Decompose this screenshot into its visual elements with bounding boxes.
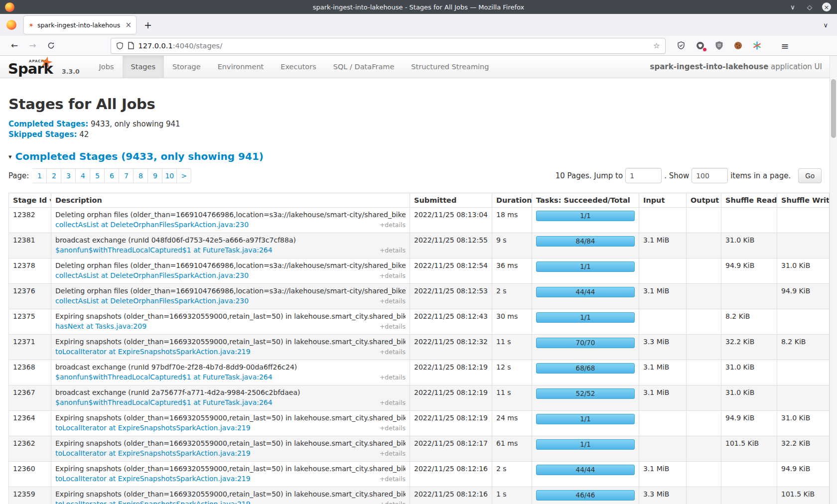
window-maximize-button[interactable]: ◇ [805, 2, 814, 11]
details-toggle[interactable]: +details [380, 399, 406, 406]
page-number-item[interactable]: 5 [90, 168, 105, 183]
page-number-item[interactable]: 3 [61, 168, 76, 183]
details-toggle[interactable]: +details [380, 374, 406, 381]
browser-tab[interactable]: ✶ spark-ingest-into-lakehous × [24, 16, 136, 34]
column-header[interactable]: Submitted [410, 193, 492, 208]
summary-label-link[interactable]: Skipped Stages: [8, 130, 77, 139]
tab-close-icon[interactable]: × [125, 20, 132, 29]
stage-detail-link[interactable]: toLocalIterator at ExpireSnapshotsSparkA… [55, 449, 251, 457]
stage-detail-link[interactable]: collectAsList at DeleteOrphanFilesSparkA… [55, 297, 249, 305]
forward-button[interactable]: → [29, 41, 36, 50]
shuffle-read-cell [721, 208, 777, 233]
url-bar[interactable]: 127.0.0.1:4040/stages/ ☆ [111, 38, 666, 54]
page-number-item[interactable]: 4 [76, 168, 90, 183]
page-number-item[interactable]: 1 [32, 168, 47, 183]
spark-nav-tab[interactable]: Structured Streaming [403, 56, 497, 78]
stage-detail-link[interactable]: toLocalIterator at ExpireSnapshotsSparkA… [55, 424, 251, 432]
stage-detail-link[interactable]: $anonfun$withThreadLocalCaptured$1 at Fu… [55, 373, 273, 381]
tracking-protection-shield-icon[interactable] [116, 42, 124, 50]
column-header[interactable]: Description [51, 193, 410, 208]
spark-nav-tab-label[interactable]: SQL / DataFrame [325, 56, 403, 78]
menu-hamburger-icon[interactable]: ≡ [781, 40, 789, 51]
extension-asterisk-icon[interactable] [752, 41, 762, 50]
column-header[interactable]: Input [639, 193, 687, 208]
details-toggle[interactable]: +details [380, 221, 406, 229]
page-number-link[interactable]: 2 [47, 168, 61, 183]
page-number-item[interactable]: 6 [105, 168, 119, 183]
list-all-tabs-icon[interactable]: ∨ [823, 21, 828, 29]
scrollbar-thumb[interactable] [831, 79, 836, 138]
details-toggle[interactable]: +details [380, 272, 406, 279]
page-number-link[interactable]: 4 [76, 168, 90, 183]
details-toggle[interactable]: +details [380, 247, 406, 254]
spark-logo[interactable]: APACHE ★ Spark [7, 56, 59, 78]
items-per-page-input[interactable] [692, 168, 728, 183]
extension-shield-check-icon[interactable] [677, 41, 686, 50]
spark-nav-tab[interactable]: Environment [209, 56, 273, 78]
page-number-item[interactable]: 2 [47, 168, 61, 183]
page-number-link[interactable]: > [177, 168, 191, 183]
stage-detail-link[interactable]: $anonfun$withThreadLocalCaptured$1 at Fu… [55, 398, 273, 406]
page-number-link[interactable]: 9 [148, 168, 162, 183]
stage-detail-link[interactable]: $anonfun$withThreadLocalCaptured$1 at Fu… [55, 246, 273, 254]
back-button[interactable]: ← [11, 41, 18, 50]
extension-containers-mask-icon[interactable] [696, 41, 705, 50]
extension-cookie-icon[interactable] [733, 41, 743, 50]
stage-detail-link[interactable]: collectAsList at DeleteOrphanFilesSparkA… [55, 221, 249, 229]
window-minimize-button[interactable]: ∨ [788, 2, 797, 11]
spark-nav-tab-label[interactable]: Environment [209, 56, 273, 78]
reload-button[interactable] [47, 42, 55, 49]
column-header[interactable]: Shuffle Read [721, 193, 777, 208]
page-info-icon[interactable] [128, 42, 134, 49]
details-toggle[interactable]: +details [380, 297, 406, 305]
spark-nav-tab-label[interactable]: Storage [164, 56, 209, 78]
column-header[interactable]: Duration [492, 193, 532, 208]
page-number-link[interactable]: 7 [119, 168, 134, 183]
page-number-link[interactable]: 3 [61, 168, 76, 183]
go-button[interactable]: Go [798, 168, 822, 183]
completed-stages-section-toggle[interactable]: ▾ Completed Stages (9433, only showing 9… [8, 150, 822, 162]
column-header[interactable]: Shuffle Write [777, 193, 830, 208]
page-number-item[interactable]: 7 [119, 168, 134, 183]
summary-label-link[interactable]: Completed Stages: [8, 120, 88, 128]
new-tab-button[interactable]: + [144, 19, 152, 30]
page-number-link[interactable]: 5 [90, 168, 105, 183]
page-scrollbar[interactable] [830, 56, 837, 504]
details-toggle[interactable]: +details [380, 475, 406, 483]
stage-detail-link[interactable]: toLocalIterator at ExpireSnapshotsSparkA… [55, 348, 251, 356]
stage-detail-link[interactable]: collectAsList at DeleteOrphanFilesSparkA… [55, 271, 249, 279]
details-toggle[interactable]: +details [380, 348, 406, 356]
window-close-button[interactable]: × [822, 2, 831, 11]
spark-nav-tab-label[interactable]: Stages [123, 56, 164, 78]
stage-detail-link[interactable]: toLocalIterator at ExpireSnapshotsSparkA… [55, 500, 251, 504]
details-toggle[interactable]: +details [380, 450, 406, 457]
spark-nav-tab[interactable]: SQL / DataFrame [325, 56, 403, 78]
bookmark-star-icon[interactable]: ☆ [653, 41, 660, 50]
page-number-item[interactable]: 10 [162, 168, 177, 183]
page-number-link[interactable]: 10 [162, 168, 177, 183]
column-header[interactable]: Output [687, 193, 721, 208]
spark-nav-tab-label[interactable]: Structured Streaming [403, 56, 497, 78]
page-number-item[interactable]: 8 [134, 168, 148, 183]
spark-nav-tab[interactable]: Jobs [91, 56, 123, 78]
page-number-link[interactable]: 6 [105, 168, 119, 183]
extension-ublock-shield-icon[interactable] [714, 41, 724, 50]
spark-nav-tab-label[interactable]: Executors [272, 56, 324, 78]
stage-detail-link[interactable]: toLocalIterator at ExpireSnapshotsSparkA… [55, 475, 251, 483]
page-number-link[interactable]: 8 [134, 168, 148, 183]
details-toggle[interactable]: +details [380, 501, 406, 504]
page-number-link[interactable]: 1 [32, 168, 47, 183]
details-toggle[interactable]: +details [380, 424, 406, 432]
column-header[interactable]: Stage Id ▾ [9, 193, 51, 208]
spark-nav-tab[interactable]: Stages [123, 56, 164, 78]
page-number-item[interactable]: > [177, 168, 191, 183]
column-header[interactable]: Tasks: Succeeded/Total [532, 193, 639, 208]
details-toggle[interactable]: +details [380, 323, 406, 330]
spark-nav-tab-label[interactable]: Jobs [91, 56, 123, 78]
page-number-item[interactable]: 9 [148, 168, 162, 183]
shuffle-read-cell: 101.5 KiB [721, 436, 777, 462]
stage-detail-link[interactable]: hasNext at Tasks.java:209 [55, 322, 146, 330]
spark-nav-tab[interactable]: Executors [272, 56, 324, 78]
spark-nav-tab[interactable]: Storage [164, 56, 209, 78]
jump-to-page-input[interactable] [625, 168, 662, 183]
